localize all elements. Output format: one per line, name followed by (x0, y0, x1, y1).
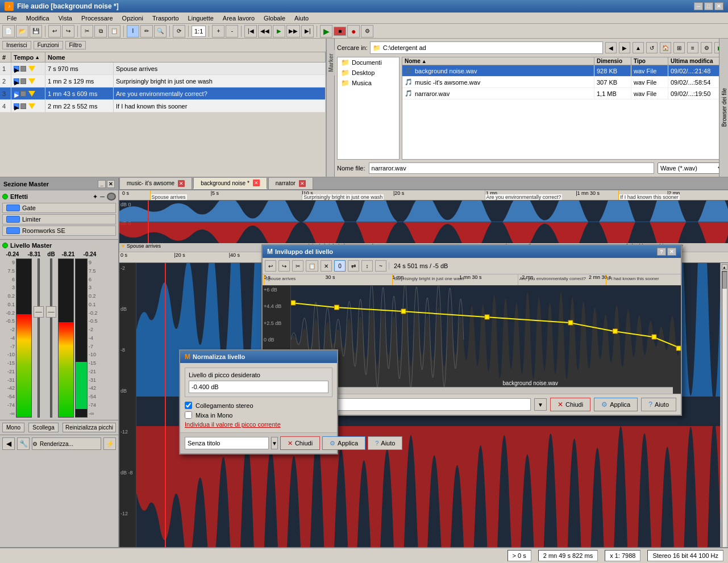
v-scrollbar-thumb[interactable] (722, 272, 727, 289)
v-scrollbar-track[interactable] (722, 271, 727, 552)
normalize-apply-btn[interactable]: ⚙ Applica (322, 436, 365, 450)
reinizializza-button[interactable]: Reinizializza picchi (63, 423, 116, 432)
env-smooth[interactable]: ~ (375, 260, 386, 272)
scroll-up[interactable]: ▲ (722, 264, 727, 270)
goto-start[interactable]: |◀ (244, 25, 257, 37)
play-transport[interactable]: ▶ (320, 25, 332, 37)
close-button[interactable]: ✕ (714, 2, 723, 10)
track-row[interactable]: 2 ▶ 1 mn 2 s 129 ms Surprisingly bright … (0, 75, 326, 87)
env-cut[interactable]: ✂ (292, 260, 303, 272)
play-icon[interactable]: ▶ (14, 91, 19, 97)
play-icon[interactable]: ▶ (14, 78, 19, 84)
play-icon[interactable]: ▶ (14, 103, 19, 109)
effects-power-indicator[interactable] (2, 194, 8, 199)
env-delete[interactable]: ✕ (321, 260, 332, 272)
fb-refresh-btn[interactable]: ↺ (646, 42, 658, 53)
env-zero[interactable]: 0 (334, 260, 346, 272)
file-row[interactable]: 🎵 background noise.wav 928 KB wav File 0… (402, 65, 725, 77)
fb-forward-btn[interactable]: ▶ (619, 42, 630, 53)
file-row[interactable]: 🎵 narraror.wav 1,1 MB wav File 09/02/...… (402, 88, 725, 99)
normalize-preset-input[interactable] (185, 437, 269, 449)
search-path[interactable]: 📁 C:\detergent ad (370, 41, 603, 54)
normalize-preset-menu[interactable]: ▼ (271, 437, 278, 449)
prev-icon-btn[interactable]: ◀ (2, 437, 15, 450)
paste-button[interactable]: 📋 (108, 25, 120, 37)
normalize-close-btn[interactable]: ✕ Chiudi (280, 436, 320, 450)
envelope-close-icon[interactable]: ✕ (667, 248, 676, 256)
menu-processare[interactable]: Processare (77, 14, 118, 23)
remove-effect-btn[interactable]: ─ (100, 193, 105, 200)
record-button[interactable]: ● (347, 25, 360, 37)
peak-input[interactable] (189, 381, 328, 393)
env-mode[interactable]: ↕ (361, 260, 373, 272)
rewind[interactable]: ◀◀ (258, 25, 272, 37)
tab-close-narrator[interactable]: ✕ (299, 180, 306, 187)
panel-minimize[interactable]: _ (98, 180, 106, 188)
menu-trasporto[interactable]: Trasporto (148, 14, 184, 23)
zoom-tool[interactable]: 🔍 (154, 25, 167, 37)
open-button[interactable]: 📂 (16, 25, 28, 37)
new-button[interactable]: 📄 (2, 25, 15, 37)
menu-aiuto[interactable]: Aiuto (290, 14, 313, 23)
gate-toggle[interactable] (6, 205, 20, 211)
fb-settings[interactable]: ⚙ (701, 42, 712, 53)
normalize-help-btn[interactable]: ? Aiuto (368, 436, 402, 450)
limiter-toggle[interactable] (6, 216, 20, 223)
undo-button[interactable]: ↩ (48, 25, 61, 37)
menu-area-lavoro[interactable]: Area lavoro (218, 14, 259, 23)
panel-close-btn[interactable]: ✕ (107, 180, 115, 188)
env-redo[interactable]: ↪ (278, 260, 290, 272)
env-link[interactable]: ⇄ (348, 260, 359, 272)
detect-link[interactable]: Individua il valore di picco corrente (185, 421, 332, 428)
mono-button[interactable]: Mono (2, 423, 24, 432)
renderizza-button[interactable]: ⚙ Renderizza... (32, 437, 101, 450)
add-effect-btn[interactable]: ✦ (93, 193, 98, 201)
envelope-help-btn[interactable]: ? Aiuto (641, 398, 676, 411)
menu-modifica[interactable]: Modifica (22, 14, 54, 23)
filetype-select[interactable]: Wave (*.wav) (658, 162, 726, 174)
v-scrollbar[interactable]: ▲ ▼ (720, 263, 728, 560)
tab-close-music[interactable]: ✕ (178, 180, 185, 187)
menu-vista[interactable]: Vista (54, 14, 77, 23)
envelope-preset-menu[interactable]: ▼ (534, 398, 547, 411)
stereo-link-checkbox[interactable] (185, 402, 192, 409)
env-undo[interactable]: ↩ (265, 260, 276, 272)
menu-globale[interactable]: Globale (259, 14, 290, 23)
cut-button[interactable]: ✂ (81, 25, 93, 37)
tab-close-background[interactable]: ✕ (253, 180, 260, 186)
fb-home-btn[interactable]: 🏠 (660, 42, 671, 53)
effects-menu-btn[interactable] (107, 193, 116, 201)
draw-tool[interactable]: ✏ (140, 25, 153, 37)
fb-list-view[interactable]: ≡ (687, 42, 698, 53)
fader-thumb[interactable]: ── (46, 306, 56, 318)
goto-end[interactable]: ▶| (301, 25, 314, 37)
save-button[interactable]: 💾 (30, 25, 42, 37)
track-row[interactable]: 4 ▶ 2 mn 22 s 552 ms If I had known this… (0, 100, 326, 112)
envelope-close-btn[interactable]: ✕ Chiudi (550, 398, 590, 411)
fb-up-btn[interactable]: ▲ (633, 42, 644, 53)
effect-row-limiter[interactable]: Limiter (2, 214, 116, 224)
tab-music[interactable]: music- it's awsome ✕ (119, 178, 192, 189)
settings-icon-btn[interactable]: ⚡ (103, 437, 116, 450)
envelope-apply-btn[interactable]: ⚙ Applica (594, 398, 638, 411)
effect-row-roomworks[interactable]: Roomworks SE (2, 226, 116, 236)
funzioni-button[interactable]: Funzioni (34, 41, 63, 49)
zoom-out[interactable]: - (226, 25, 238, 37)
level-power-indicator[interactable] (2, 243, 8, 248)
fader-thumb[interactable]: ── (34, 306, 44, 318)
play-icon[interactable]: ▶ (14, 66, 19, 72)
scollega-button[interactable]: Scollega (28, 423, 58, 432)
minimize-button[interactable]: ─ (694, 2, 703, 10)
menu-linguette[interactable]: Linguette (184, 14, 218, 23)
left-fader[interactable]: ── (33, 258, 44, 418)
maximize-button[interactable]: □ (704, 2, 713, 10)
tree-musica[interactable]: 📁 Musica (338, 78, 399, 88)
tab-background[interactable]: background noise * ✕ (193, 178, 267, 189)
env-h-scrollbar[interactable] (291, 387, 673, 394)
copy-button[interactable]: ⧉ (94, 25, 107, 37)
track-row[interactable]: 3 ▶ 1 mn 43 s 609 ms Are you environment… (0, 87, 326, 100)
wrench-icon-btn[interactable]: 🔧 (17, 437, 30, 450)
fast-forward[interactable]: ▶▶ (286, 25, 300, 37)
play[interactable]: ▶ (273, 25, 285, 37)
extra-btn[interactable]: ⚙ (361, 25, 373, 37)
